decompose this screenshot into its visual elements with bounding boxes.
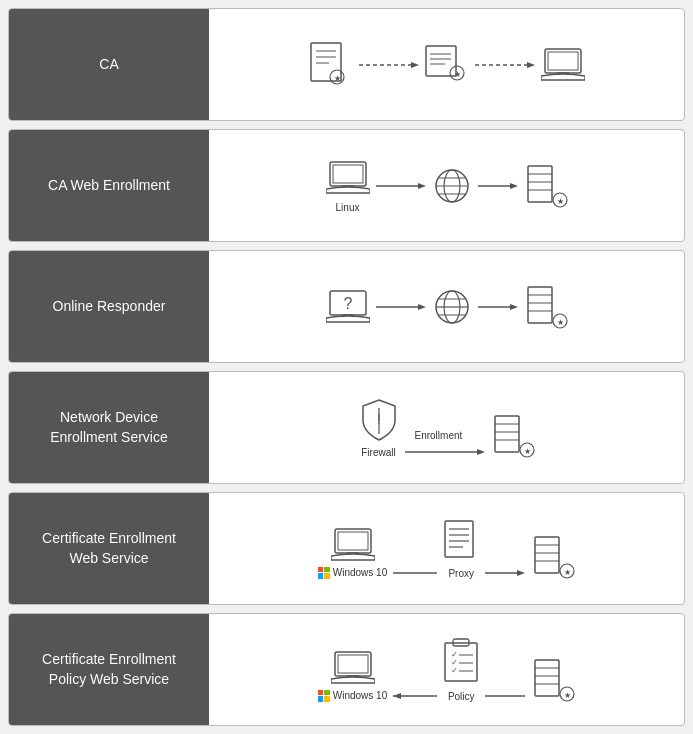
svg-text:?: ? [343,295,352,312]
windows-logo-icon-2 [318,690,330,702]
cews-label: Certificate Enrollment Web Service [9,493,209,604]
svg-text:✓: ✓ [451,666,458,675]
svg-rect-17 [548,52,578,70]
caw-globe-icon [432,166,472,206]
svg-text:★: ★ [556,318,563,327]
svg-text:★: ★ [453,70,460,79]
cews-laptop-icon: Windows 10 [318,526,387,579]
svg-marker-7 [411,62,419,68]
cews-proxy-icon: Proxy [443,519,479,579]
ndes-server-icon: ★ [491,414,535,458]
cews-diagram: Windows 10 Proxy [209,493,684,604]
svg-marker-23 [418,183,426,189]
ca-web-row: CA Web Enrollment Linux [8,129,685,242]
svg-rect-20 [333,165,363,183]
svg-text:★: ★ [564,691,571,700]
cepws-label: Certificate Enrollment Policy Web Servic… [9,614,209,725]
cepws-server-icon: ★ [531,658,575,702]
svg-rect-49 [528,287,552,323]
or-globe-icon [432,287,472,327]
svg-rect-83 [338,655,368,673]
ca-document-icon: ★ [309,41,353,89]
windows-logo-icon [318,567,330,579]
cepws-row: Certificate Enrollment Policy Web Servic… [8,613,685,726]
svg-marker-41 [418,304,426,310]
svg-marker-86 [393,693,401,699]
svg-rect-66 [338,532,368,550]
svg-text:!: ! [377,411,381,427]
cews-row: Certificate Enrollment Web Service Windo… [8,492,685,605]
svg-rect-16 [545,49,581,73]
svg-rect-19 [330,162,366,186]
svg-rect-69 [445,521,473,557]
svg-text:★: ★ [523,447,530,456]
caw-server-icon: ★ [524,164,568,208]
svg-marker-75 [517,570,525,576]
ndes-diagram: ! Firewall Enrollment [209,372,684,483]
ca-laptop-icon [541,46,585,84]
ca-diagram: ★ ★ [209,9,684,120]
svg-rect-31 [528,166,552,202]
svg-marker-48 [510,304,518,310]
ndes-row: Network Device Enrollment Service ! Fire… [8,371,685,484]
ca-web-label: CA Web Enrollment [9,130,209,241]
online-responder-label: Online Responder [9,251,209,362]
svg-marker-15 [527,62,535,68]
cepws-laptop-icon: Windows 10 [318,649,387,702]
ndes-firewall-icon: ! Firewall [359,398,399,458]
or-server-icon: ★ [524,285,568,329]
svg-marker-58 [477,449,485,455]
caw-laptop-icon: Linux [326,159,370,213]
svg-text:★: ★ [333,74,340,83]
cepws-policy-icon: ✓ ✓ ✓ Policy [443,638,479,702]
or-laptop-icon: ? [326,288,370,326]
svg-rect-88 [445,643,477,681]
ndes-label: Network Device Enrollment Service [9,372,209,483]
svg-rect-76 [535,537,559,573]
ca-web-diagram: Linux [209,130,684,241]
online-responder-row: Online Responder ? [8,250,685,363]
online-responder-diagram: ? [209,251,684,362]
svg-rect-65 [335,529,371,553]
cews-server-icon: ★ [531,535,575,579]
ca-cert-icon: ★ [425,45,469,85]
ca-row: CA ★ [8,8,685,121]
svg-rect-96 [535,660,559,696]
svg-rect-8 [426,46,456,76]
svg-rect-82 [335,652,371,676]
cepws-diagram: Windows 10 ✓ ✓ [209,614,684,725]
svg-text:★: ★ [564,568,571,577]
svg-text:★: ★ [556,197,563,206]
svg-rect-59 [495,416,519,452]
svg-marker-30 [510,183,518,189]
ca-label: CA [9,9,209,120]
